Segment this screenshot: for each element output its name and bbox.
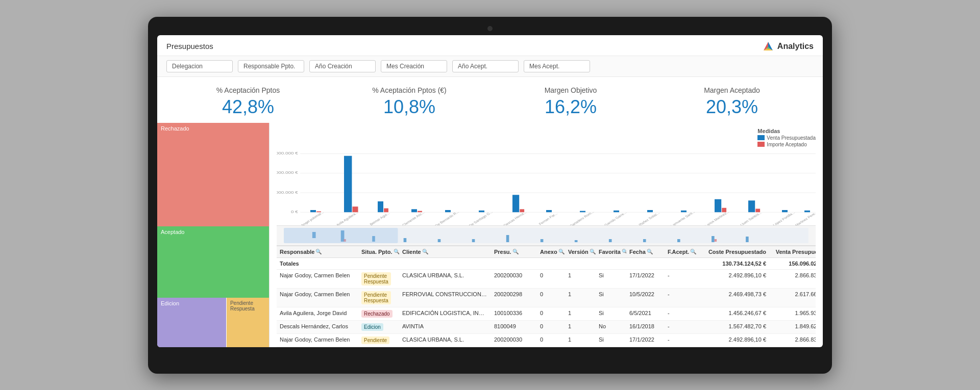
search-icon-cliente[interactable]: 🔍 — [422, 249, 428, 254]
treemap-rechazado[interactable]: Rechazado — [157, 123, 269, 227]
svg-text:Iñañez Solaz...: Iñañez Solaz... — [638, 211, 660, 225]
mini-chart[interactable] — [277, 225, 816, 246]
svg-rect-24 — [546, 210, 552, 212]
cell-venta: 1.849.629,59 € — [769, 321, 816, 333]
search-icon-favorita[interactable]: 🔍 — [622, 249, 626, 254]
device-frame: Presupuestos Analytics Delegacion Respon… — [148, 17, 832, 374]
cell-anexo: 0 — [537, 289, 565, 307]
col-header-favorita: Favorita 🔍 — [596, 246, 626, 257]
cell-cliente: FERROVIAL CONSTRUCCION, S.A. — [399, 289, 491, 307]
cell-coste: 1.567.482,70 € — [703, 321, 769, 333]
logo-icon — [762, 40, 774, 53]
filter-delegacion[interactable]: Delegacion — [166, 60, 233, 72]
cell-favorita: Si — [596, 334, 626, 347]
header: Presupuestos Analytics — [157, 35, 823, 56]
cell-venta: 1.965.933,00 € — [769, 307, 816, 320]
totals-label: Totales — [277, 258, 358, 269]
cell-coste: 2.469.498,73 € — [703, 289, 769, 307]
cell-presu: 200200030 — [491, 270, 537, 288]
chart-panel: Medidas Venta Presupuestada Importe Acep… — [270, 123, 823, 347]
cell-facepte: - — [665, 289, 703, 307]
kpi-margen-aceptado-value: 20,3% — [651, 96, 813, 118]
cell-presu: 200200298 — [491, 289, 537, 307]
cell-presu: 200200030 — [491, 334, 537, 347]
svg-rect-21 — [479, 210, 484, 212]
search-icon-fecha[interactable]: 🔍 — [647, 249, 653, 254]
cell-anexo: 0 — [537, 270, 565, 288]
cell-favorita: Si — [596, 307, 626, 320]
treemap-edicion[interactable]: Edicion — [157, 298, 227, 347]
cell-cliente: CLASICA URBANA, S.L. — [399, 334, 491, 347]
svg-rect-18 — [411, 209, 417, 212]
status-badge: PendienteRespuesta — [361, 272, 391, 285]
svg-rect-14 — [344, 155, 352, 212]
treemap-bottom-row: Edicion PendienteRespuesta — [157, 298, 269, 347]
cell-fecha: 10/5/2022 — [626, 289, 665, 307]
legend-importe: Importe Aceptado — [757, 142, 806, 147]
device-camera — [487, 26, 493, 31]
cell-situa: PendienteRespuesta — [358, 289, 399, 307]
search-icon-anexo[interactable]: 🔍 — [558, 249, 565, 254]
filters-row: Delegacion Responsable Ppto. Año Creació… — [157, 56, 823, 77]
cell-favorita: Si — [596, 270, 626, 288]
svg-text:Descas Herna...: Descas Herna... — [503, 210, 527, 225]
col-header-coste: Coste Presupuestado — [703, 246, 769, 257]
search-icon-responsable[interactable]: 🔍 — [315, 249, 322, 254]
svg-text:Clemente Asc...: Clemente Asc... — [402, 211, 425, 225]
cell-version: 1 — [565, 270, 596, 288]
treemap-aceptado[interactable]: Aceptado — [157, 226, 269, 297]
table-row: Avila Aguilera, Jorge David Rechazado ED… — [277, 307, 816, 321]
filter-ano-acept[interactable]: Año Acept. — [452, 60, 519, 72]
legend-title: Medidas — [757, 128, 780, 134]
svg-text:40.000.000 €: 40.000.000 € — [277, 170, 298, 175]
treemap-pendiente[interactable]: PendienteRespuesta — [227, 298, 269, 347]
svg-text:Martinez Pere...: Martinez Pere... — [794, 211, 816, 225]
cell-venta: 2.866.830,52 € — [769, 270, 816, 288]
legend-importe-color — [757, 142, 765, 147]
cell-version: 1 — [565, 321, 596, 333]
cell-facepte: - — [665, 307, 703, 320]
cell-anexo: 0 — [537, 321, 565, 333]
cell-version: 1 — [565, 307, 596, 320]
table-row: Najar Godoy, Carmen Belen PendienteRespu… — [277, 270, 816, 289]
cell-cliente: CLASICA URBANA, S.L. — [399, 270, 491, 288]
svg-rect-34 — [804, 210, 810, 212]
cell-situa: Pendiente — [358, 334, 399, 347]
filter-ano-creacion[interactable]: Año Creación — [309, 60, 376, 72]
filter-mes-creacion[interactable]: Mes Creación — [381, 60, 447, 72]
cell-responsable: Najar Godoy, Carmen Belen — [277, 270, 358, 288]
treemap-aceptado-label: Aceptado — [161, 229, 184, 235]
svg-rect-12 — [310, 210, 316, 212]
table-totals-row: Totales 130.734.124,52 € 156.096.022,08 … — [277, 258, 816, 270]
search-icon-facepte[interactable]: 🔍 — [690, 249, 696, 254]
treemap-edicion-label: Edicion — [161, 300, 179, 306]
bar-chart-area: 60.000.000 € 40.000.000 € 20.000.000 € 0… — [277, 149, 816, 225]
search-icon-version[interactable]: 🔍 — [590, 249, 596, 254]
svg-rect-20 — [445, 210, 451, 212]
kpi-margen-aceptado-label: Margen Aceptado — [651, 86, 813, 94]
status-badge: Rechazado — [361, 310, 393, 318]
cell-favorita: No — [596, 321, 626, 333]
search-icon-situa[interactable]: 🔍 — [394, 249, 400, 254]
svg-text:De Bernardo R...: De Bernardo R... — [434, 210, 459, 225]
svg-text:Garrido Garre...: Garrido Garre... — [604, 211, 627, 225]
table-row: Najar Godoy, Carmen Belen Pendiente CLAS… — [277, 334, 816, 347]
status-badge: PendienteRespuesta — [361, 291, 391, 304]
cell-fecha: 17/1/2022 — [626, 270, 665, 288]
filter-mes-acept[interactable]: Mes Acept. — [524, 60, 590, 72]
filter-responsable[interactable]: Responsable Ppto. — [238, 60, 304, 72]
cell-favorita: Si — [596, 289, 626, 307]
svg-rect-22 — [512, 195, 519, 212]
cell-cliente: AVINTIA — [399, 321, 491, 333]
treemap-container: Rechazado Aceptado Edicion PendienteResp… — [157, 123, 269, 347]
cell-venta: 2.617.668,65 € — [769, 289, 816, 307]
status-badge: Edicion — [361, 323, 383, 331]
cell-venta: 2.866.830,52 € — [769, 334, 816, 347]
svg-text:De Santiago G...: De Santiago G... — [468, 210, 493, 225]
cell-version: 1 — [565, 289, 596, 307]
kpi-aceptacion-euros-value: 10,8% — [329, 96, 490, 118]
search-icon-presu[interactable]: 🔍 — [512, 249, 519, 254]
mini-chart-svg — [284, 228, 808, 243]
col-header-anexo: Anexo 🔍 — [537, 246, 565, 257]
legend-venta: Venta Presupuestada — [757, 135, 816, 141]
